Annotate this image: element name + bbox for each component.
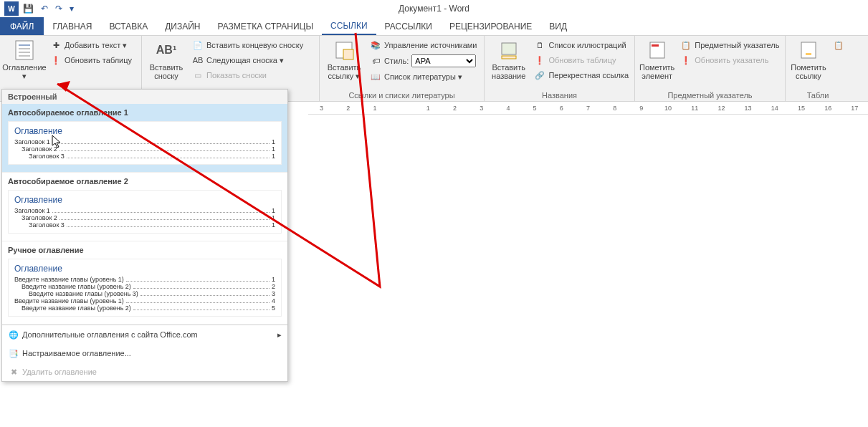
more-toc-office-button[interactable]: 🌐 Дополнительные оглавления с сайта Offi… bbox=[2, 325, 287, 344]
toc-row: Введите название главы (уровень 3)3 bbox=[14, 290, 275, 297]
cross-reference-button[interactable]: 🔗Перекрестная ссылка bbox=[533, 69, 630, 82]
mark-entry-button[interactable]: Пометить элемент bbox=[639, 37, 674, 80]
next-footnote-label: Следующая сноска ▾ bbox=[206, 56, 284, 65]
update-toc-button[interactable]: ❗Обновить таблицу bbox=[49, 54, 133, 67]
mark-entry-icon bbox=[646, 39, 669, 62]
custom-toc-button[interactable]: 📑 Настраиваемое оглавление... bbox=[2, 344, 287, 363]
update-table-label: Обновить таблицу bbox=[548, 56, 616, 64]
toc-row: Заголовок 31 bbox=[14, 221, 275, 229]
insert-citation-label: Вставить ссылку ▾ bbox=[324, 63, 364, 80]
title-bar: W 💾 ↶ ↷ ▾ Документ1 - Word bbox=[0, 0, 868, 17]
tab-review[interactable]: РЕЦЕНЗИРОВАНИЕ bbox=[441, 17, 540, 35]
toc-row: Заголовок 31 bbox=[14, 153, 275, 160]
endnote-label: Вставить концевую сноску bbox=[206, 41, 303, 49]
toc-option-auto2[interactable]: Автособираемое оглавление 2 Оглавление З… bbox=[2, 173, 287, 241]
bibliography-button[interactable]: 📖Список литературы ▾ bbox=[368, 70, 478, 83]
toc-auto1-title: Автособираемое оглавление 1 bbox=[8, 108, 282, 117]
group-citations-label: Ссылки и списки литературы bbox=[324, 90, 480, 101]
remove-toc-label: Удалить оглавление bbox=[22, 368, 97, 376]
remove-toc-icon: ✖ bbox=[8, 366, 19, 378]
tab-file[interactable]: ФАЙЛ bbox=[0, 17, 44, 35]
insert-index-button[interactable]: 📋Предметный указатель bbox=[679, 39, 781, 52]
insert-endnote-button[interactable]: 📄Вставить концевую сноску bbox=[191, 39, 305, 52]
mark-citation-icon bbox=[797, 39, 820, 62]
toc-option-auto1[interactable]: Автособираемое оглавление 1 Оглавление З… bbox=[2, 104, 287, 173]
svg-rect-11 bbox=[801, 42, 816, 58]
insert-citation-button[interactable]: Вставить ссылку ▾ bbox=[324, 37, 364, 80]
svg-rect-12 bbox=[806, 53, 811, 55]
update-toc-label: Обновить таблицу bbox=[65, 56, 132, 64]
biblio-icon: 📖 bbox=[370, 71, 381, 82]
authorities-extra-button[interactable]: 📋 bbox=[831, 39, 846, 52]
document-title: Документ1 - Word bbox=[399, 4, 469, 14]
mark-citation-button[interactable]: Пометить ссылку bbox=[790, 37, 827, 80]
save-icon[interactable]: 💾 bbox=[23, 4, 34, 14]
group-authorities-label: Табли bbox=[790, 90, 846, 101]
toc-row: Заголовок 21 bbox=[14, 214, 275, 221]
toc-row: Введите название главы (уровень 2)2 bbox=[14, 283, 275, 290]
insert-caption-button[interactable]: Вставить название bbox=[489, 37, 528, 80]
update-table-button[interactable]: ❗Обновить таблицу bbox=[533, 54, 630, 67]
style-icon: 🏷 bbox=[370, 55, 381, 67]
undo-icon[interactable]: ↶ bbox=[41, 4, 48, 14]
tab-view[interactable]: ВИД bbox=[540, 17, 576, 35]
crossref-label: Перекрестная ссылка bbox=[548, 71, 629, 80]
qat-customize-icon[interactable]: ▾ bbox=[70, 4, 74, 14]
endnote-icon: 📄 bbox=[192, 39, 204, 51]
office-icon: 🌐 bbox=[8, 329, 19, 340]
tab-page-layout[interactable]: РАЗМЕТКА СТРАНИЦЫ bbox=[209, 17, 323, 35]
tab-insert[interactable]: ВСТАВКА bbox=[100, 17, 156, 35]
illustrations-list-button[interactable]: 🗒Список иллюстраций bbox=[533, 39, 630, 52]
quick-access-toolbar: 💾 ↶ ↷ ▾ bbox=[23, 4, 74, 14]
svg-rect-6 bbox=[343, 49, 353, 59]
toc-row: Заголовок 11 bbox=[14, 207, 275, 214]
next-footnote-button[interactable]: ABСледующая сноска ▾ bbox=[191, 54, 305, 67]
footnote-icon: AB¹ bbox=[155, 39, 178, 62]
biblio-label: Список литературы ▾ bbox=[384, 72, 462, 82]
chevron-right-icon: ▸ bbox=[277, 330, 282, 340]
illustrations-icon: 🗒 bbox=[534, 39, 545, 51]
toc-row: Заголовок 11 bbox=[14, 138, 275, 145]
add-text-label: Добавить текст ▾ bbox=[65, 41, 127, 50]
toc-manual-preview: Оглавление Введите название главы (урове… bbox=[8, 259, 282, 317]
toc-button[interactable]: Оглавление▾ bbox=[4, 37, 44, 80]
style-label: Стиль: bbox=[384, 57, 409, 65]
insert-footnote-button[interactable]: AB¹ Вставить сноску bbox=[146, 37, 186, 80]
crossref-icon: 🔗 bbox=[534, 69, 545, 81]
toc-icon bbox=[13, 39, 36, 62]
add-text-button[interactable]: ✚Добавить текст ▾ bbox=[49, 39, 133, 52]
mark-entry-label: Пометить элемент bbox=[639, 63, 674, 80]
document-canvas[interactable] bbox=[308, 115, 868, 427]
update-index-button[interactable]: ❗Обновить указатель bbox=[679, 54, 781, 67]
toc-auto2-heading: Оглавление bbox=[14, 195, 275, 205]
toc-manual-title: Ручное оглавление bbox=[8, 246, 282, 254]
remove-toc-button: ✖ Удалить оглавление bbox=[2, 363, 287, 381]
illustrations-label: Список иллюстраций bbox=[548, 41, 626, 49]
svg-rect-7 bbox=[502, 43, 516, 54]
update-index-label: Обновить указатель bbox=[695, 56, 768, 64]
show-notes-button[interactable]: ▭Показать сноски bbox=[191, 69, 305, 82]
toc-row: Введите название главы (уровень 2)5 bbox=[14, 304, 275, 312]
tab-references[interactable]: ССЫЛКИ bbox=[322, 17, 376, 35]
toc-auto1-preview: Оглавление Заголовок 11Заголовок 21Загол… bbox=[8, 121, 282, 165]
horizontal-ruler[interactable]: 3211234567891011121314151617 bbox=[308, 102, 868, 115]
group-captions-label: Названия bbox=[489, 90, 630, 101]
mark-citation-label: Пометить ссылку bbox=[790, 63, 827, 80]
toc-option-manual[interactable]: Ручное оглавление Оглавление Введите наз… bbox=[2, 241, 287, 325]
tab-design[interactable]: ДИЗАЙН bbox=[156, 17, 209, 35]
tab-home[interactable]: ГЛАВНАЯ bbox=[44, 17, 100, 35]
manage-sources-button[interactable]: 📚Управление источниками bbox=[368, 39, 478, 52]
redo-icon[interactable]: ↷ bbox=[55, 4, 62, 14]
svg-rect-8 bbox=[502, 56, 516, 59]
group-index: Пометить элемент 📋Предметный указатель ❗… bbox=[635, 36, 786, 101]
toc-gallery-dropdown: Встроенный Автособираемое оглавление 1 О… bbox=[1, 89, 288, 382]
toc-auto2-preview: Оглавление Заголовок 11Заголовок 21Загол… bbox=[8, 190, 282, 234]
tab-mailings[interactable]: РАССЫЛКИ bbox=[376, 17, 441, 35]
show-notes-icon: ▭ bbox=[192, 69, 204, 81]
group-index-label: Предметный указатель bbox=[639, 90, 781, 101]
citation-style-select[interactable]: APA bbox=[411, 54, 476, 67]
show-notes-label: Показать сноски bbox=[206, 71, 267, 80]
word-app-icon: W bbox=[4, 1, 19, 16]
toc-auto2-title: Автособираемое оглавление 2 bbox=[8, 177, 282, 186]
caption-icon bbox=[497, 39, 520, 62]
